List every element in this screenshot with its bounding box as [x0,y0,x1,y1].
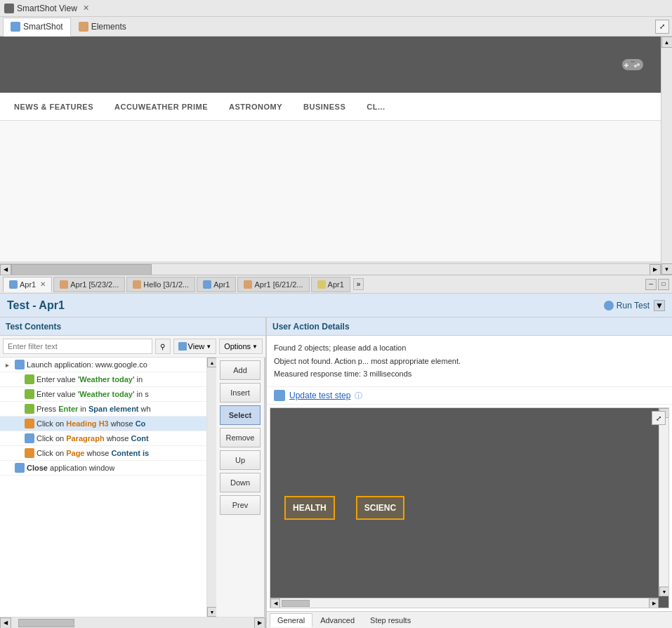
website-nav: NEWS & FEATURES ACCUWEATHER PRIME ASTRON… [0,93,661,121]
prev-button[interactable]: Prev [220,495,261,515]
tab-advanced[interactable]: Advanced [312,613,362,627]
options-label: Options [224,342,251,351]
view-button[interactable]: View ▼ [173,339,217,354]
update-row: Update test step ⓘ [267,387,672,405]
tree-item-4[interactable]: Click on Heading H3 whose Co [0,417,206,431]
mini-hscroll-left[interactable]: ◀ [270,598,280,608]
filter-icon-button[interactable]: ⚲ [155,339,171,354]
tab-step-results[interactable]: Step results [362,613,419,627]
svg-rect-5 [631,61,635,63]
preview-area: NEWS & FEATURES ACCUWEATHER PRIME ASTRON… [0,37,672,275]
tree-scroll-down[interactable]: ▼ [207,607,216,617]
vscroll-up[interactable]: ▲ [661,37,673,48]
tree-content: ▸ Launch application: www.google.co Ente… [0,358,216,617]
filter-bar: ⚲ View ▼ Options ▼ [0,336,265,358]
test-tab-close-0[interactable]: ✕ [40,280,46,288]
mini-hscroll-track[interactable] [280,598,649,608]
tab-general[interactable]: General [270,613,312,627]
test-tab-3[interactable]: Apr1 [197,277,236,292]
tree-hscroll-thumb[interactable] [18,619,74,627]
maximize-btn[interactable]: □ [658,279,669,290]
test-tab-label-0: Apr1 [20,280,36,289]
test-contents-title: Test Contents [6,322,61,332]
minimize-btn[interactable]: ─ [645,279,657,290]
mini-preview-container: ⤢ HEALTH SCIENC ▲ ▼ ◀ [270,407,669,608]
view-dropdown-arrow: ▼ [206,344,211,350]
tab-overflow[interactable]: » [353,278,364,290]
options-button[interactable]: Options ▼ [219,339,263,354]
title-bar: SmartShot View ✕ [0,0,672,17]
tree-scroll-track[interactable] [207,367,216,607]
mini-hscroll[interactable]: ◀ ▶ [270,598,659,608]
mini-hscroll-thumb[interactable] [282,600,310,607]
add-button[interactable]: Add [220,360,261,380]
down-button[interactable]: Down [220,473,261,492]
preview-vscroll[interactable]: ▲ ▼ [661,37,672,275]
expander-0: ▸ [6,361,13,369]
test-tab-1[interactable]: Apr1 [5/23/2... [53,277,125,292]
test-tab-apr1-active[interactable]: Apr1 ✕ [3,277,52,292]
window-close[interactable]: ✕ [83,4,89,13]
run-test-button[interactable]: Run Test [600,299,654,312]
expand-button[interactable]: ⤢ [655,20,669,34]
tree-scroll-up[interactable]: ▲ [207,358,216,367]
tree-vscroll[interactable]: ▲ ▼ [206,358,216,617]
up-button[interactable]: Up [220,450,261,470]
tree-hscroll-left[interactable]: ◀ [0,617,11,629]
tree-item-0[interactable]: ▸ Launch application: www.google.co [0,358,206,372]
mini-vscroll[interactable]: ▲ ▼ [659,408,668,596]
mini-hscroll-right[interactable]: ▶ [649,598,659,608]
mini-vscroll-down[interactable]: ▼ [659,587,669,596]
hscroll-left[interactable]: ◀ [0,264,11,275]
tree-hscroll-track[interactable] [11,617,254,629]
svg-point-3 [637,63,640,66]
filter-input[interactable] [3,339,152,354]
tree-items-wrapper: ▸ Launch application: www.google.co Ente… [0,358,206,617]
test-tab-4[interactable]: Apr1 [6/21/2... [237,277,309,292]
mini-vscroll-track[interactable] [659,418,668,587]
tree-hscroll-bar[interactable]: ◀ ▶ [0,617,265,628]
vscroll-track[interactable] [661,48,673,263]
right-panel-header: User Action Details [267,318,672,336]
tree-icon-click-6 [25,448,34,458]
tree-icon-click-4 [25,419,34,429]
up-label: Up [235,456,245,464]
left-panel: Test Contents ⚲ View ▼ Options ▼ [0,318,267,628]
mini-preview-expand[interactable]: ⤢ [652,411,666,425]
update-icon [274,390,285,401]
remove-button[interactable]: Remove [220,428,261,447]
tree-item-1[interactable]: Enter value 'Weather today' in [0,372,206,387]
hscroll-thumb[interactable] [11,264,152,275]
tab-step-results-label: Step results [370,616,411,624]
hscroll-right[interactable]: ▶ [650,264,661,275]
insert-button[interactable]: Insert [220,383,261,403]
update-test-step-link[interactable]: Update test step [289,391,350,400]
window-title: SmartShot View [17,4,77,13]
test-tab-5[interactable]: Apr1 [311,277,350,292]
elements-tab-label: Elements [91,22,126,32]
tree-item-5[interactable]: Click on Paragraph whose Cont [0,431,206,446]
tree-item-2[interactable]: Enter value 'Weather today' in s [0,387,206,402]
website-preview: NEWS & FEATURES ACCUWEATHER PRIME ASTRON… [0,37,661,263]
test-tab-2[interactable]: Hello [3/1/2... [126,277,195,292]
tree-hscroll-right[interactable]: ▶ [254,617,265,629]
test-title: Test - Apr1 [7,299,600,312]
window-icon [4,4,14,13]
tree-item-6[interactable]: Click on Page whose Content is [0,446,206,461]
nav-item-cl: CL... [367,103,385,111]
hscroll-track[interactable] [11,264,650,275]
tree-item-7[interactable]: Close application window [0,461,206,476]
window-buttons: ─ □ [645,279,669,290]
tree-item-3[interactable]: Press Enter in Span element wh [0,402,206,417]
smartshot-icon [11,22,20,32]
add-label: Add [233,366,247,374]
smartshot-tab-label: SmartShot [23,22,63,32]
run-test-dropdown[interactable]: ▼ [654,300,665,311]
preview-hscroll[interactable]: ◀ ▶ [0,263,661,275]
mini-nav-health: HEALTH [284,496,335,520]
tab-smartshot[interactable]: SmartShot [3,18,71,37]
vscroll-down[interactable]: ▼ [661,263,673,275]
tab-elements[interactable]: Elements [71,17,134,36]
select-button[interactable]: Select [220,405,261,425]
mini-nav-extra [426,502,440,513]
